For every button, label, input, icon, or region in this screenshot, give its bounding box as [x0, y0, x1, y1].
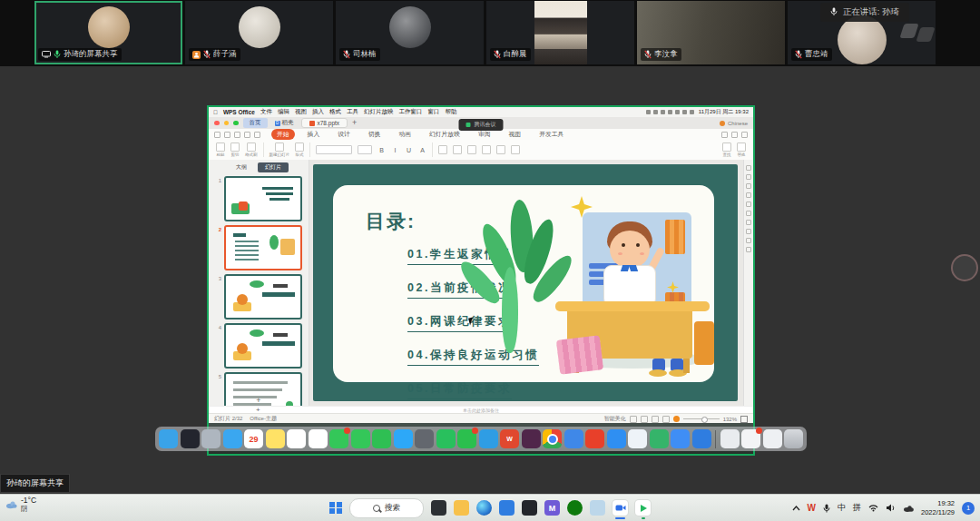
app-store-dock-icon[interactable] [394, 429, 413, 448]
view-read-icon[interactable] [652, 416, 659, 423]
mac-menu-item[interactable]: 窗口 [427, 108, 439, 116]
notification-badge[interactable]: 1 [962, 502, 975, 515]
m365-taskbar-icon[interactable]: M [544, 500, 560, 516]
xbox-taskbar-icon[interactable] [567, 500, 583, 516]
search-input[interactable]: 搜索 [349, 498, 424, 518]
taskbar-weather-widget[interactable]: -1°C 阴 [5, 496, 36, 513]
mail-green-dock-icon[interactable] [372, 429, 391, 448]
format-button[interactable]: A [418, 147, 426, 153]
safari-dock-icon[interactable] [223, 429, 242, 448]
widgets-taskbar-icon[interactable] [431, 500, 446, 516]
slide-thumbnail-row[interactable]: 4 [214, 323, 305, 369]
mac-menu-item[interactable]: 帮助 [445, 108, 456, 116]
view-sorter-icon[interactable] [641, 416, 648, 423]
toolbar-icon[interactable] [438, 145, 447, 154]
weiyun-dock-icon[interactable] [564, 429, 583, 448]
ribbon-tab[interactable]: 开发工具 [534, 129, 569, 140]
gallery-taskbar-icon[interactable] [590, 500, 605, 516]
toolbar-icon[interactable] [496, 145, 505, 154]
wps-file-tab[interactable]: x78.pptx [301, 118, 348, 128]
slide-thumbnail[interactable] [224, 176, 302, 221]
steam-taskbar-icon[interactable] [522, 500, 537, 516]
finder-dock-icon[interactable] [159, 429, 178, 448]
siri-dock-icon[interactable] [181, 429, 200, 448]
wps-tray-icon[interactable]: W [808, 503, 816, 513]
mac-menu-item[interactable]: 工作窗口 [398, 108, 422, 116]
slide-thumbnail[interactable] [224, 372, 302, 406]
toolbar-button[interactable]: 新建幻灯片 [270, 143, 290, 157]
notes-dock-icon[interactable] [266, 429, 285, 448]
settings-dock-icon[interactable] [415, 429, 434, 448]
mac-menu-item[interactable]: 幻灯片放映 [364, 108, 394, 116]
ribbon-tab[interactable]: 设计 [332, 129, 356, 140]
ribbon-tab[interactable]: 开始 [271, 129, 295, 140]
edge-taskbar-icon[interactable] [476, 500, 492, 516]
slide-thumbnail-row[interactable]: 3 [214, 274, 305, 319]
panel-tab[interactable]: 大纲 [229, 162, 254, 172]
feather-dock-icon[interactable] [692, 429, 711, 448]
maximize-window-button[interactable] [233, 121, 239, 126]
ime-language-button[interactable]: 中 [838, 502, 846, 514]
chrome-dock-icon[interactable] [543, 429, 562, 448]
ribbon-tab[interactable]: 插入 [302, 129, 326, 140]
slide-thumbnail[interactable] [224, 323, 302, 369]
reminders-dock-icon[interactable] [287, 429, 306, 448]
facetime-dock-icon[interactable] [351, 429, 370, 448]
launchpad-dock-icon[interactable] [201, 429, 220, 448]
beautify-button[interactable]: 智能美化 [604, 415, 626, 423]
card-dock-icon[interactable] [628, 429, 647, 448]
slide-thumbnail-row[interactable]: 2 [214, 225, 305, 270]
format-button[interactable]: B [377, 147, 386, 153]
add-slide-button[interactable]: + [256, 396, 260, 405]
chevron-up-icon[interactable] [792, 506, 800, 511]
ribbon-tab[interactable]: 视图 [504, 129, 527, 140]
toolbar-icon[interactable] [482, 145, 491, 154]
ribbon-tab[interactable]: 切换 [363, 129, 387, 140]
wps-home-tab[interactable]: 首页 [243, 118, 268, 128]
taskbar-clock[interactable]: 19:32 2022/11/29 [921, 499, 955, 516]
mac-menu-item[interactable]: 格式 [329, 108, 341, 116]
zoom-slider[interactable] [683, 418, 720, 419]
slide-thumbnail-row[interactable]: 1 [214, 176, 305, 221]
cloud-dock-icon[interactable] [671, 429, 690, 448]
toolbar-button[interactable]: 版式 [295, 143, 304, 157]
trash-dock-icon[interactable] [784, 429, 803, 448]
cloud-status-icon[interactable] [903, 505, 914, 512]
toolbar-button[interactable]: 剪切 [230, 143, 240, 157]
minimize-window-button[interactable] [224, 121, 230, 126]
qq-dock-icon[interactable] [436, 429, 456, 448]
wps-dock-icon[interactable]: W [500, 429, 519, 448]
view-show-icon[interactable] [662, 416, 670, 423]
calendar-dock-icon[interactable]: 29 [244, 429, 263, 448]
mac-menu-item[interactable]: 工具 [347, 108, 358, 116]
wps-account-area[interactable]: Chinese [720, 121, 748, 126]
messages-dock-icon[interactable] [329, 429, 348, 448]
meeting-taskbar-icon[interactable] [612, 500, 628, 516]
explorer-taskbar-icon[interactable] [454, 500, 469, 516]
display-dock-icon[interactable] [720, 429, 740, 448]
mac-menu-item[interactable]: 视图 [295, 108, 307, 116]
wifi-icon[interactable] [868, 504, 878, 512]
updates-dock-icon[interactable] [741, 429, 760, 448]
participant-tile[interactable]: 孙琦的屏幕共享 [34, 1, 182, 64]
microphone-icon[interactable] [823, 504, 830, 513]
toolbar-button[interactable]: 查找 [722, 143, 731, 157]
start-button[interactable] [329, 502, 342, 515]
volume-icon[interactable] [886, 504, 896, 512]
store-taskbar-icon[interactable] [499, 500, 514, 516]
wechat-dock-icon[interactable] [457, 429, 476, 448]
toolbar-icon[interactable] [453, 145, 462, 154]
font-size-box[interactable] [358, 145, 372, 154]
slide-thumbnail[interactable] [224, 274, 302, 319]
ribbon-tab[interactable]: 动画 [393, 129, 416, 140]
participant-tile[interactable]: 薛子涵 [185, 1, 333, 64]
netease-music-dock-icon[interactable] [522, 429, 541, 448]
view-normal-icon[interactable] [630, 416, 637, 423]
mac-menu-item[interactable]: 文件 [260, 108, 272, 116]
new-tab-button[interactable]: + [352, 119, 357, 127]
participant-tile[interactable]: 李汶拿 [637, 1, 785, 64]
toolbar-button[interactable]: 格式刷 [245, 143, 258, 157]
wps-docer-tab[interactable]: D 稻壳 [272, 118, 297, 128]
toolbar-icon[interactable] [467, 145, 476, 154]
participant-tile[interactable]: 白醉晨 [486, 1, 634, 64]
